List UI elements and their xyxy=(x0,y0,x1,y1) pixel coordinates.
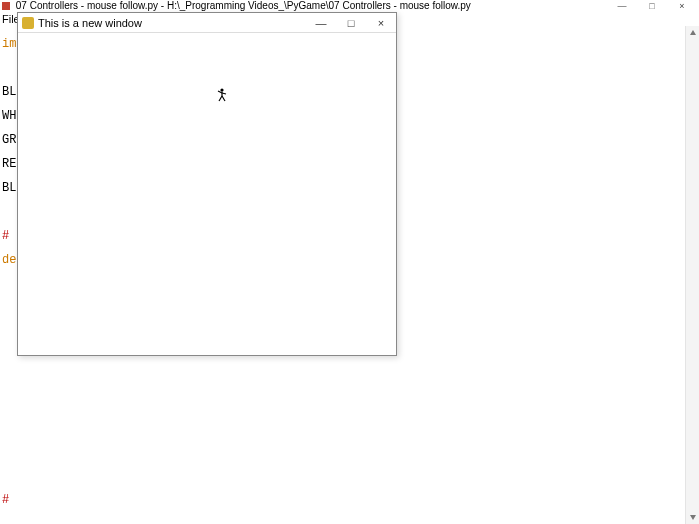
pygame-canvas[interactable] xyxy=(18,33,396,355)
code-text: WH xyxy=(2,109,16,123)
idle-title-text: 07 Controllers - mouse follow.py - H:\_P… xyxy=(16,0,471,11)
code-blank xyxy=(2,398,699,410)
code-blank xyxy=(2,446,699,458)
code-blank xyxy=(2,422,699,434)
svg-line-3 xyxy=(222,93,226,94)
app-minimize-button[interactable]: — xyxy=(607,0,637,12)
pygame-minimize-button[interactable]: — xyxy=(306,13,336,33)
app-close-button[interactable]: × xyxy=(667,0,697,12)
pygame-close-button[interactable]: × xyxy=(366,13,396,33)
app-window-controls: — □ × xyxy=(607,0,697,12)
code-blank xyxy=(2,470,699,482)
pygame-titlebar[interactable]: This is a new window — □ × xyxy=(18,13,396,33)
pygame-icon xyxy=(22,17,34,29)
code-text: de xyxy=(2,253,16,267)
code-text: BL xyxy=(2,181,16,195)
idle-titlebar: 07 Controllers - mouse follow.py - H:\_P… xyxy=(0,0,699,12)
player-sprite-icon xyxy=(216,88,228,102)
scroll-down-icon[interactable] xyxy=(690,515,696,520)
code-text: RE xyxy=(2,157,16,171)
svg-line-5 xyxy=(222,96,225,101)
tk-icon xyxy=(2,2,10,10)
app-maximize-button[interactable]: □ xyxy=(637,0,667,12)
code-text: GR xyxy=(2,133,16,147)
code-comment: # xyxy=(2,229,9,243)
code-blank xyxy=(2,518,699,524)
code-blank xyxy=(2,374,699,386)
pygame-window-controls: — □ × xyxy=(306,13,396,33)
pygame-maximize-button[interactable]: □ xyxy=(336,13,366,33)
svg-line-4 xyxy=(219,96,222,101)
code-text: BL xyxy=(2,85,16,99)
svg-point-0 xyxy=(220,88,223,91)
pygame-window: This is a new window — □ × xyxy=(17,12,397,356)
code-text: im xyxy=(2,37,16,51)
pygame-title-text: This is a new window xyxy=(38,17,142,29)
code-comment: # xyxy=(2,493,9,507)
editor-vertical-scrollbar[interactable] xyxy=(685,26,699,524)
scroll-up-icon[interactable] xyxy=(690,30,696,35)
